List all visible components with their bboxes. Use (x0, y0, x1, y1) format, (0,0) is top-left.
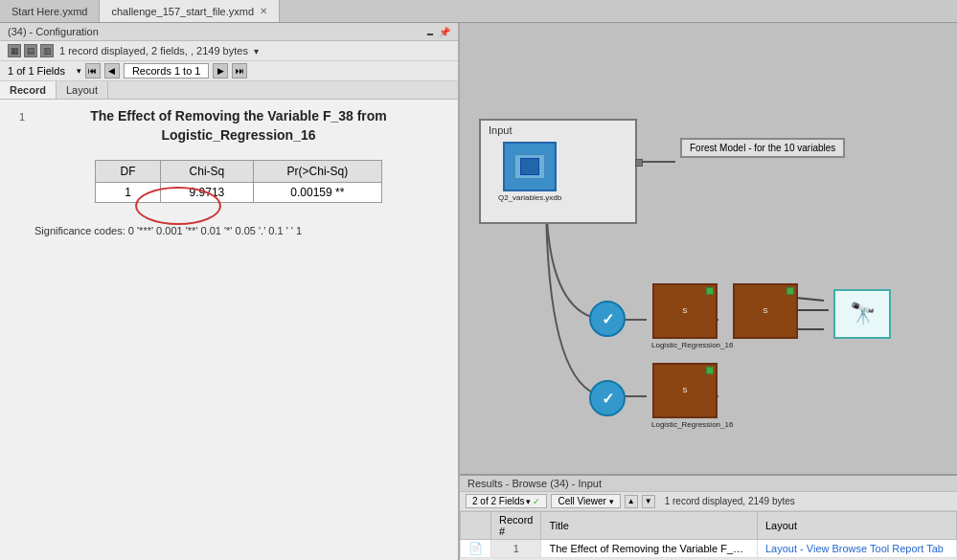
grid-icon-1[interactable]: ▦ (8, 44, 21, 57)
grid-icon-3[interactable]: ▥ (40, 44, 54, 57)
record-content: 1 The Effect of Removing the Variable F_… (0, 100, 458, 560)
logistic-box-1[interactable]: S (652, 283, 718, 339)
input-label: Input (489, 124, 627, 136)
forest-model-box[interactable]: Forest Model - for the 10 variables (680, 138, 845, 158)
col-layout: Layout (758, 512, 957, 540)
prev-record-btn[interactable]: ◀ (104, 63, 120, 78)
book-node-box[interactable] (503, 142, 557, 191)
logistic-node-3[interactable]: S (733, 283, 798, 339)
fields-nav-label: 1 of 1 Fields (8, 65, 65, 77)
last-record-btn[interactable]: ⏭ (232, 63, 247, 78)
sort-desc-btn[interactable]: ▼ (642, 495, 655, 508)
top-tab-bar: Start Here.yxmd challenge_157_start_file… (0, 0, 957, 23)
results-title: Results - Browse (34) - Input (460, 476, 957, 492)
report-title: The Effect of Removing the Variable F_38… (34, 107, 443, 145)
browse-node[interactable]: 🔭 (833, 289, 891, 339)
cell-pchisq: 0.00159 ** (253, 183, 381, 203)
fields-label: 2 of 2 Fields (472, 496, 524, 506)
viewer-button[interactable]: Cell Viewer ▾ (551, 494, 620, 508)
results-table: Record # Title Layout 📄 1 The Effect of … (460, 511, 957, 558)
sort-asc-btn[interactable]: ▲ (625, 495, 638, 508)
significance-note: Significance codes: 0 '***' 0.001 '**' 0… (34, 223, 443, 239)
row-icon-cell: 📄 (461, 540, 491, 558)
results-toolbar: 2 of 2 Fields ▾ ✓ Cell Viewer ▾ ▲ ▼ 1 re… (460, 492, 957, 511)
workflow-area[interactable]: Input Q2_variables.yxdb Forest Model - f… (460, 23, 957, 474)
tab-record[interactable]: Record (0, 81, 57, 99)
col-header-chisq: Chi-Sq (161, 161, 254, 183)
row-icon: 📄 (468, 542, 483, 555)
next-record-btn[interactable]: ▶ (213, 63, 228, 78)
logistic-node-2[interactable]: S Logistic_Regression_16 (651, 363, 718, 429)
config-title-bar: (34) - Configuration 🗕 📌 (0, 23, 458, 41)
record-display-info: 1 record displayed, 2 fields, , 2149 byt… (59, 45, 248, 56)
forest-model-label: Forest Model - for the 10 variables (690, 143, 835, 153)
left-panel: (34) - Configuration 🗕 📌 ▦ ▤ ▥ 1 record … (0, 23, 460, 560)
table-row: 1 9.9713 0.00159 ** (96, 183, 382, 203)
logistic-box-2[interactable]: S (652, 363, 718, 418)
minimize-icon[interactable]: 🗕 (425, 27, 435, 37)
stats-table: DF Chi-Sq Pr(>Chi-Sq) 1 9.9713 0.00159 *… (95, 160, 382, 203)
col-title: Title (541, 512, 758, 540)
col-icon (461, 512, 491, 540)
fields-button[interactable]: 2 of 2 Fields ▾ ✓ (466, 494, 547, 508)
pin-icon[interactable]: 📌 (439, 27, 450, 37)
check-circle-1[interactable]: ✓ (589, 301, 626, 337)
check-circle-2[interactable]: ✓ (589, 380, 626, 416)
logistic-node-1[interactable]: S Logistic_Regression_16 (651, 283, 718, 349)
row-title-cell[interactable]: The Effect of Removing the Variable F_38… (541, 540, 758, 558)
record-number: 1 (19, 111, 25, 123)
nav-bar: 1 of 1 Fields ▾ ⏮ ◀ Records 1 to 1 ▶ ⏭ (0, 61, 458, 81)
first-record-btn[interactable]: ⏮ (85, 63, 101, 78)
row-layout-cell[interactable]: Layout - View Browse Tool Report Tab (758, 540, 957, 558)
record-layout-tabs: Record Layout (0, 81, 458, 100)
cell-chisq: 9.9713 (161, 183, 254, 203)
port-indicator (635, 159, 643, 167)
viewer-dropdown-icon[interactable]: ▾ (609, 497, 614, 506)
record-info-bar: ▦ ▤ ▥ 1 record displayed, 2 fields, , 21… (0, 41, 458, 61)
input-group-box: Input Q2_variables.yxdb (479, 119, 637, 224)
check-node-2[interactable]: ✓ (589, 380, 626, 416)
tab-challenge-file[interactable]: challenge_157_start_file.yxmd ✕ (100, 0, 280, 22)
logistic-box-3[interactable]: S (733, 283, 798, 339)
fields-dropdown-icon[interactable]: ▾ (526, 497, 531, 506)
cell-df: 1 (96, 183, 161, 203)
config-title: (34) - Configuration (8, 26, 99, 37)
check-node-1[interactable]: ✓ (589, 301, 626, 337)
content-area: The Effect of Removing the Variable F_38… (34, 107, 443, 552)
row-num-cell: 1 (491, 540, 541, 558)
col-record-num: Record # (491, 512, 541, 540)
book-label: Q2_variables.yxdb (498, 193, 561, 202)
dropdown-icon[interactable]: ▾ (77, 66, 81, 76)
results-record-info: 1 record displayed, 2149 bytes (665, 496, 795, 506)
col-header-pchisq: Pr(>Chi-Sq) (253, 161, 381, 183)
col-header-df: DF (96, 161, 161, 183)
book-node[interactable]: Q2_variables.yxdb (498, 142, 561, 202)
results-panel: Results - Browse (34) - Input 2 of 2 Fie… (460, 474, 957, 560)
tab-layout[interactable]: Layout (57, 81, 108, 99)
browse-box[interactable]: 🔭 (833, 289, 891, 339)
grid-icon-2[interactable]: ▤ (24, 44, 37, 57)
record-dropdown[interactable]: ▾ (254, 46, 259, 56)
fields-check-icon: ✓ (533, 497, 540, 506)
right-panel: Input Q2_variables.yxdb Forest Model - f… (460, 23, 957, 560)
records-range-label: Records 1 to 1 (124, 63, 210, 78)
logistic-label-2: Logistic_Regression_16 (651, 420, 718, 429)
tab-start-here[interactable]: Start Here.yxmd (0, 0, 100, 22)
results-row: 📄 1 The Effect of Removing the Variable … (461, 540, 957, 558)
close-tab-icon[interactable]: ✕ (260, 6, 267, 16)
logistic-label-1: Logistic_Regression_16 (651, 341, 718, 349)
